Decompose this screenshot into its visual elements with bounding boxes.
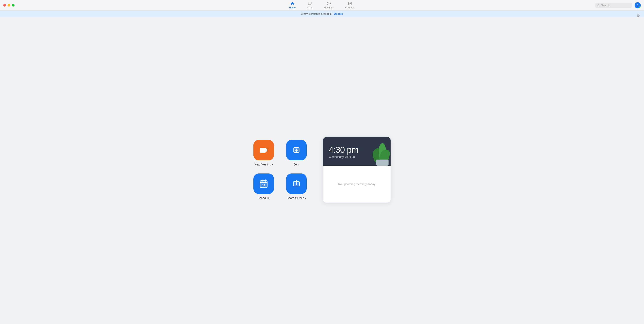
share-screen-icon — [292, 179, 301, 188]
contacts-icon — [348, 2, 352, 6]
tab-chat[interactable]: Chat — [306, 1, 314, 10]
search-icon — [597, 4, 600, 7]
svg-point-3 — [598, 4, 599, 6]
new-meeting-label: New Meeting ▾ — [254, 163, 273, 166]
close-button[interactable] — [3, 4, 6, 7]
schedule-button[interactable]: 19 — [254, 173, 274, 194]
tab-contacts-label: Contacts — [345, 6, 355, 9]
tab-home[interactable]: Home — [288, 1, 297, 10]
tab-meetings[interactable]: Meetings — [322, 1, 336, 10]
minimize-button[interactable] — [8, 4, 10, 7]
share-screen-chevron: ▾ — [305, 197, 306, 199]
update-link[interactable]: Update — [334, 12, 343, 15]
schedule-action[interactable]: 19 Schedule — [254, 173, 274, 200]
calendar-icon: 19 — [259, 179, 268, 188]
share-screen-label: Share Screen ▾ — [287, 196, 306, 200]
tab-meetings-label: Meetings — [324, 6, 334, 9]
settings-button[interactable]: ⚙ — [637, 14, 640, 18]
clock-display: 4:30 pm — [329, 145, 385, 155]
update-banner: A new version is available! Update — [0, 11, 644, 17]
schedule-label: Schedule — [258, 196, 270, 200]
svg-point-2 — [350, 3, 351, 4]
search-bar[interactable] — [595, 3, 632, 8]
chat-icon — [308, 2, 312, 6]
join-plus-icon — [292, 146, 301, 155]
svg-line-4 — [599, 6, 600, 6]
update-banner-text: A new version is available! — [301, 12, 332, 15]
search-input[interactable] — [601, 4, 630, 7]
new-meeting-button[interactable] — [254, 140, 274, 160]
share-screen-action[interactable]: Share Screen ▾ — [286, 173, 307, 200]
new-meeting-action[interactable]: New Meeting ▾ — [254, 140, 274, 166]
avatar-letter: J — [637, 4, 638, 7]
avatar-status-dot — [639, 7, 640, 8]
svg-text:19: 19 — [262, 184, 265, 187]
avatar[interactable]: J — [634, 2, 641, 9]
plant-pot — [376, 160, 388, 166]
maximize-button[interactable] — [12, 4, 14, 7]
meetings-icon — [327, 2, 331, 6]
nav-tabs: Home Chat Meetings Contacts — [288, 1, 356, 10]
tab-contacts[interactable]: Contacts — [344, 1, 356, 10]
calendar-header: 4:30 pm Wednesday, April 08 — [323, 137, 390, 166]
calendar-panel: 4:30 pm Wednesday, April 08 No upcoming … — [323, 137, 390, 203]
no-meetings-text: No upcoming meetings today — [338, 182, 375, 186]
main-content: New Meeting ▾ Join — [0, 17, 644, 322]
calendar-body: No upcoming meetings today — [323, 166, 390, 203]
video-camera-icon — [259, 145, 268, 155]
date-display: Wednesday, April 08 — [329, 155, 385, 159]
home-icon — [290, 2, 294, 6]
new-meeting-chevron: ▾ — [272, 163, 273, 166]
share-screen-button[interactable] — [286, 173, 307, 194]
titlebar: Home Chat Meetings Contacts — [0, 0, 644, 11]
actions-grid: New Meeting ▾ Join — [254, 140, 307, 200]
traffic-lights — [3, 4, 14, 7]
join-button[interactable] — [286, 140, 307, 160]
titlebar-right: J — [595, 2, 641, 9]
join-label: Join — [294, 163, 299, 166]
tab-chat-label: Chat — [307, 6, 312, 9]
join-action[interactable]: Join — [286, 140, 307, 166]
tab-home-label: Home — [289, 6, 296, 9]
